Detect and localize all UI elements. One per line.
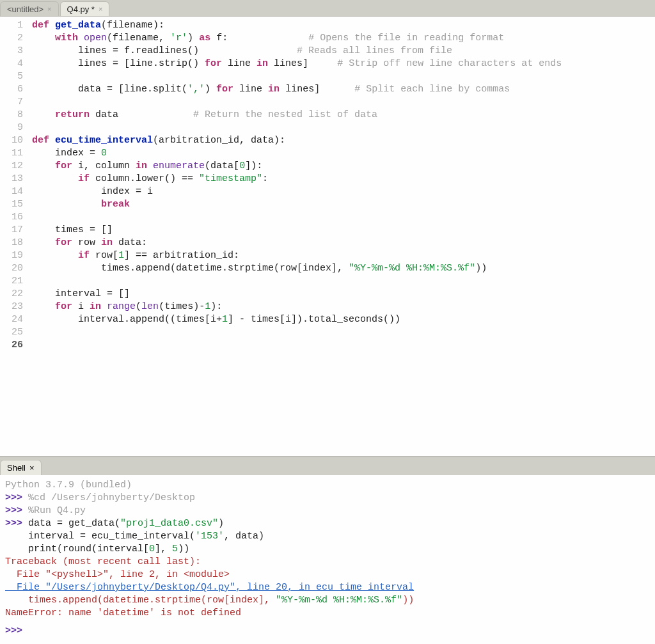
line-number-gutter: 1234567891011121314151617181920212223242… [0, 17, 28, 456]
line-number: 19 [3, 249, 23, 262]
tab-shell[interactable]: Shell × [0, 460, 42, 475]
shell-cmd: %cd /Users/johnyberty/Desktop [28, 492, 195, 503]
code-line[interactable]: lines = f.readlines() # Reads all lines … [32, 45, 655, 58]
shell-prompt: >>> [5, 492, 28, 503]
line-number: 7 [3, 96, 23, 109]
shell-error: times.append(datetime.strptime(row[index… [5, 594, 650, 607]
line-number: 2 [3, 32, 23, 45]
tab-label: Q4.py * [67, 4, 95, 14]
code-area[interactable]: def get_data(filename): with open(filena… [28, 17, 655, 456]
code-line[interactable]: times = [] [32, 224, 655, 237]
line-number: 14 [3, 185, 23, 198]
shell-error: File "<pyshell>", line 2, in <module> [5, 569, 650, 581]
line-number: 11 [3, 147, 23, 160]
shell-line: print(round(interval[0], 5)) [5, 543, 650, 556]
line-number: 16 [3, 211, 23, 224]
line-number: 3 [3, 45, 23, 58]
code-editor[interactable]: 1234567891011121314151617181920212223242… [0, 17, 655, 457]
shell-prompt-line[interactable]: >>> [5, 625, 650, 638]
shell-error: NameError: name 'datetime' is not define… [5, 607, 650, 620]
code-line[interactable] [32, 70, 655, 83]
code-line[interactable]: interval = [] [32, 288, 655, 301]
code-line[interactable] [32, 275, 655, 288]
shell-line: >>> data = get_data("proj1_data0.csv") [5, 517, 650, 530]
line-number: 17 [3, 224, 23, 237]
code-line[interactable]: times.append(datetime.strptime(row[index… [32, 262, 655, 275]
code-line[interactable] [32, 339, 655, 352]
line-number: 4 [3, 58, 23, 70]
line-number: 21 [3, 275, 23, 288]
code-line[interactable]: for i in range(len(times)-1): [32, 301, 655, 313]
tab-untitled[interactable]: <untitled> × [0, 1, 59, 16]
line-number: 5 [3, 70, 23, 83]
line-number: 9 [3, 122, 23, 134]
shell-line: >>> %cd /Users/johnyberty/Desktop [5, 492, 650, 505]
code-line[interactable]: def get_data(filename): [32, 19, 655, 32]
shell-traceback-link[interactable]: File "/Users/johnyberty/Desktop/Q4.py", … [5, 581, 650, 594]
line-number: 26 [3, 339, 23, 352]
shell-tab-bar: Shell × [0, 457, 655, 475]
code-line[interactable] [32, 326, 655, 339]
tab-q4[interactable]: Q4.py * × [60, 1, 110, 16]
line-number: 18 [3, 237, 23, 249]
shell-prompt[interactable]: >>> [5, 625, 22, 636]
shell-version: Python 3.7.9 (bundled) [5, 479, 650, 492]
code-line[interactable]: if row[1] == arbitration_id: [32, 249, 655, 262]
code-line[interactable]: data = [line.split(',') for line in line… [32, 83, 655, 96]
code-line[interactable]: with open(filename, 'r') as f: # Opens t… [32, 32, 655, 45]
code-line[interactable]: for row in data: [32, 237, 655, 249]
traceback-link[interactable]: File "/Users/johnyberty/Desktop/Q4.py", … [5, 582, 414, 593]
code-line[interactable] [32, 96, 655, 109]
code-line[interactable]: lines = [line.strip() for line in lines]… [32, 58, 655, 70]
code-line[interactable]: if column.lower() == "timestamp": [32, 173, 655, 185]
close-icon[interactable]: × [47, 5, 51, 13]
line-number: 23 [3, 301, 23, 313]
code-line[interactable]: def ecu_time_interval(arbitration_id, da… [32, 134, 655, 147]
close-icon[interactable]: × [99, 5, 102, 13]
line-number: 20 [3, 262, 23, 275]
shell-prompt: >>> [5, 518, 28, 529]
code-line[interactable]: index = 0 [32, 147, 655, 160]
code-line[interactable]: for i, column in enumerate(data[0]): [32, 160, 655, 173]
line-number: 25 [3, 326, 23, 339]
code-line[interactable]: interval.append((times[i+1] - times[i]).… [32, 313, 655, 326]
shell-line: >>> %Run Q4.py [5, 505, 650, 517]
close-icon[interactable]: × [29, 463, 35, 473]
shell-cmd: %Run Q4.py [28, 505, 86, 516]
line-number: 8 [3, 109, 23, 122]
line-number: 10 [3, 134, 23, 147]
editor-tab-bar: <untitled> × Q4.py * × [0, 0, 655, 17]
line-number: 13 [3, 173, 23, 185]
line-number: 1 [3, 19, 23, 32]
line-number: 6 [3, 83, 23, 96]
shell-line: interval = ecu_time_interval('153', data… [5, 530, 650, 543]
shell-error: Traceback (most recent call last): [5, 556, 650, 569]
code-line[interactable]: return data # Return the nested list of … [32, 109, 655, 122]
line-number: 24 [3, 313, 23, 326]
shell-output[interactable]: Python 3.7.9 (bundled)>>> %cd /Users/joh… [0, 475, 655, 644]
line-number: 12 [3, 160, 23, 173]
shell-panel: Shell × Python 3.7.9 (bundled)>>> %cd /U… [0, 457, 655, 644]
code-line[interactable]: index = i [32, 185, 655, 198]
line-number: 22 [3, 288, 23, 301]
tab-label: <untitled> [7, 4, 43, 14]
shell-prompt: >>> [5, 505, 28, 516]
code-line[interactable] [32, 211, 655, 224]
tab-label: Shell [7, 463, 26, 473]
code-line[interactable]: break [32, 198, 655, 211]
code-line[interactable] [32, 122, 655, 134]
line-number: 15 [3, 198, 23, 211]
